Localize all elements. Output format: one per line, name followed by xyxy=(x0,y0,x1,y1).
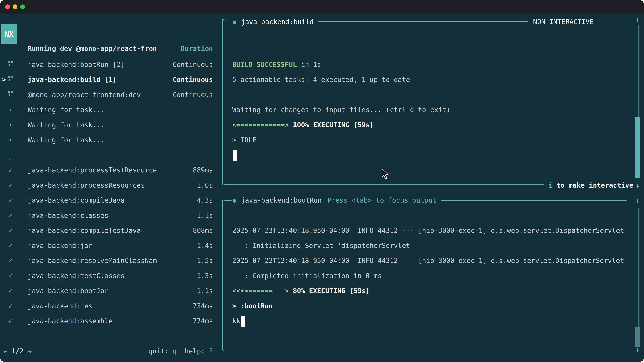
task-duration: 1.3s xyxy=(197,268,213,283)
checkmark-icon: ✓ xyxy=(8,208,12,223)
checkmark-icon: ✓ xyxy=(8,313,12,329)
bottom-pane-output[interactable]: 2025-07-23T13:40:18.950-04:00 INFO 44312… xyxy=(232,208,630,329)
task-row[interactable]: ✓java-backend:compileJava4.3s xyxy=(0,193,218,208)
terminal-line xyxy=(232,147,630,163)
bottom-pane-header-rule xyxy=(441,200,627,201)
selected-task-marker: > xyxy=(2,72,6,87)
pagination: ← 1/2 → xyxy=(3,344,32,359)
top-pane-bottom-border xyxy=(222,182,544,185)
task-duration: 889ms xyxy=(193,163,213,178)
spinner-icon xyxy=(8,91,14,98)
checkmark-icon: ✓ xyxy=(8,178,12,193)
minimize-window-button[interactable] xyxy=(13,4,18,9)
terminal-line: 2025-07-23T13:40:18.950-04:00 INFO 44312… xyxy=(232,253,630,268)
running-task-list: java-backend:bootRun [2]Continuous>java-… xyxy=(0,57,218,147)
task-row[interactable]: Waiting for task... xyxy=(0,117,218,132)
terminal-line xyxy=(232,208,630,223)
terminal-line xyxy=(232,42,630,57)
task-label: @mono-app/react-frontend:dev xyxy=(28,87,141,102)
bottom-pane-scroll-up-icon[interactable]: ↑ xyxy=(632,193,643,208)
top-pane-scroll-up-icon[interactable]: ↑ xyxy=(632,12,643,27)
task-row[interactable]: java-backend:bootRun [2]Continuous xyxy=(0,57,218,72)
top-pane-header-rule xyxy=(318,21,528,22)
checkmark-icon: ✓ xyxy=(8,283,12,298)
task-status-bullet-icon: ● xyxy=(232,18,236,25)
terminal-line: kk xyxy=(232,313,630,329)
pending-dot-icon xyxy=(10,139,12,141)
pending-dot-icon xyxy=(10,124,12,126)
spinner-icon xyxy=(8,76,14,83)
next-page-arrow-icon[interactable]: → xyxy=(28,347,32,355)
text-cursor xyxy=(241,316,245,327)
task-label: java-backend:jar xyxy=(28,238,92,253)
terminal-window: NX Running dev @mono-app/react-fron Dura… xyxy=(0,0,644,362)
interactive-hint: i to make interactive xyxy=(548,178,633,193)
bottom-pane-title: java-backend:bootRun xyxy=(241,196,322,204)
help-hint-label: help: xyxy=(176,347,209,355)
task-row[interactable]: ✓java-backend:processResources1.0s xyxy=(0,178,218,193)
terminal-line: <<<=======---> 80% EXECUTING [59s] xyxy=(232,283,630,298)
bottom-pane-scroll-track[interactable] xyxy=(636,208,639,327)
task-status-bullet-icon: ● xyxy=(232,197,236,204)
task-row[interactable]: ✓java-backend:jar1.4s xyxy=(0,238,218,253)
task-label: java-backend:processResources xyxy=(28,178,145,193)
task-label: java-backend:assemble xyxy=(28,313,112,329)
checkmark-icon: ✓ xyxy=(8,298,12,313)
task-duration: 1.5s xyxy=(197,253,213,268)
bottom-pane-scroll-down-icon[interactable]: ↓ xyxy=(632,342,643,357)
task-duration: Continuous xyxy=(172,72,213,87)
quit-hint-label: quit: xyxy=(148,347,168,355)
checkmark-icon: ✓ xyxy=(8,193,12,208)
interactive-hint-key: i xyxy=(548,181,552,189)
task-duration: 1.1s xyxy=(197,208,213,223)
task-row[interactable]: ✓java-backend:assemble774ms xyxy=(0,313,218,329)
top-pane-scroll-down-icon[interactable]: ↓ xyxy=(632,178,643,193)
task-row[interactable]: ✓java-backend:compileTestJava808ms xyxy=(0,223,218,238)
task-row[interactable]: ✓java-backend:bootJar1.1s xyxy=(0,283,218,298)
terminal-line xyxy=(232,87,630,102)
task-duration: 734ms xyxy=(193,298,213,313)
duration-column-header: Duration xyxy=(180,41,213,56)
zoom-window-button[interactable] xyxy=(20,4,25,9)
checkmark-icon: ✓ xyxy=(8,253,12,268)
close-window-button[interactable] xyxy=(5,4,10,9)
quit-key: q xyxy=(168,347,176,355)
task-row[interactable]: ✓java-backend:resolveMainClassNam1.5s xyxy=(0,253,218,268)
task-label: java-backend:testClasses xyxy=(28,268,124,283)
top-pane-scroll-thumb[interactable] xyxy=(636,117,640,178)
task-row[interactable]: Waiting for task... xyxy=(0,102,218,117)
task-row[interactable]: Waiting for task... xyxy=(0,132,218,147)
task-duration: 1.0s xyxy=(197,178,213,193)
terminal-line xyxy=(232,27,630,42)
interactive-hint-text: to make interactive xyxy=(552,181,633,189)
task-row[interactable]: ✓java-backend:classes1.1s xyxy=(0,208,218,223)
terminal-line: : Initializing Servlet 'dispatcherServle… xyxy=(232,238,630,253)
task-row[interactable]: >java-backend:build [1]Continuous xyxy=(0,72,218,87)
terminal-line: 5 actionable tasks: 4 executed, 1 up-to-… xyxy=(232,72,630,87)
top-pane-title: java-backend:build xyxy=(241,18,314,26)
completed-task-list: ✓java-backend:processTestResource889ms✓j… xyxy=(0,163,218,329)
top-pane-scroll-track[interactable] xyxy=(636,25,639,117)
top-pane-output[interactable]: BUILD SUCCESSFUL in 1s5 actionable tasks… xyxy=(232,27,630,163)
terminal-line: Waiting for changes to input files... (c… xyxy=(232,102,630,117)
task-row[interactable]: ✓java-backend:processTestResource889ms xyxy=(0,163,218,178)
terminal-line: <============> 100% EXECUTING [59s] xyxy=(232,117,630,132)
checkmark-icon: ✓ xyxy=(8,238,12,253)
terminal-line: > :bootRun xyxy=(232,298,630,313)
nx-logo: NX xyxy=(1,24,17,44)
task-duration: Continuous xyxy=(172,87,213,102)
terminal-line: BUILD SUCCESSFUL in 1s xyxy=(232,57,630,72)
text-cursor xyxy=(233,150,237,161)
task-row[interactable]: ✓java-backend:test734ms xyxy=(0,298,218,313)
terminal-line: 2025-07-23T13:40:18.950-04:00 INFO 44312… xyxy=(232,223,630,238)
task-row[interactable]: @mono-app/react-frontend:devContinuous xyxy=(0,87,218,102)
prev-page-arrow-icon[interactable]: ← xyxy=(3,347,8,355)
pending-dot-icon xyxy=(10,109,12,111)
terminal-line: > IDLE xyxy=(232,132,630,147)
bottom-pane-header[interactable]: ● java-backend:bootRun Press <tab> to fo… xyxy=(222,193,632,208)
task-label: java-backend:bootJar xyxy=(28,283,108,298)
bottom-pane-left-border xyxy=(222,200,223,339)
task-row[interactable]: ✓java-backend:testClasses1.3s xyxy=(0,268,218,283)
task-duration: 808ms xyxy=(193,223,213,238)
task-label: java-backend:test xyxy=(28,298,96,313)
